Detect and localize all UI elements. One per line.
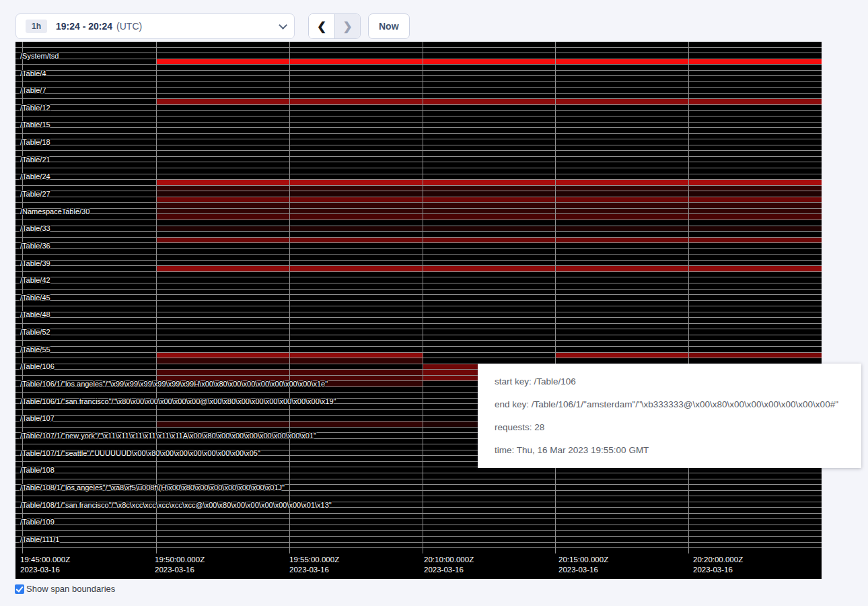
heatmap-row[interactable]: /Table/36 <box>15 243 822 249</box>
heatmap-cell[interactable] <box>423 312 556 318</box>
heatmap-cell[interactable] <box>688 226 822 232</box>
heatmap-cell[interactable] <box>688 283 822 289</box>
heatmap-cell[interactable] <box>156 318 289 323</box>
heatmap-cell[interactable] <box>423 123 556 128</box>
heatmap-cell[interactable] <box>688 76 822 81</box>
heatmap-cell[interactable] <box>289 123 423 128</box>
heatmap-cell[interactable] <box>289 232 423 237</box>
heatmap-cell[interactable] <box>688 306 822 312</box>
heatmap-cell[interactable] <box>156 76 289 81</box>
heatmap-row[interactable] <box>15 180 822 186</box>
heatmap-cell[interactable] <box>156 214 289 220</box>
heatmap-cell[interactable] <box>423 186 556 191</box>
heatmap-cell[interactable] <box>423 111 556 116</box>
heatmap-cell[interactable] <box>289 531 423 536</box>
heatmap-cell[interactable] <box>289 329 423 335</box>
heatmap-cell[interactable] <box>156 162 289 168</box>
heatmap-cell[interactable] <box>555 157 688 162</box>
heatmap-cell[interactable] <box>156 525 289 531</box>
heatmap-cell[interactable] <box>289 238 423 243</box>
heatmap-cell[interactable] <box>423 543 556 548</box>
heatmap-cell[interactable] <box>423 232 556 237</box>
heatmap-cell[interactable] <box>156 197 289 203</box>
heatmap-cell[interactable] <box>555 485 688 490</box>
heatmap-row[interactable] <box>15 59 822 65</box>
heatmap-cell[interactable] <box>555 358 688 364</box>
heatmap-cell[interactable] <box>688 272 822 277</box>
heatmap-cell[interactable] <box>289 467 423 473</box>
heatmap-cell[interactable] <box>555 116 688 122</box>
heatmap-cell[interactable] <box>423 467 556 473</box>
heatmap-cell[interactable] <box>289 94 423 99</box>
heatmap-cell[interactable] <box>555 123 688 128</box>
heatmap-cell[interactable] <box>688 341 822 346</box>
heatmap-cell[interactable] <box>555 94 688 99</box>
heatmap-cell[interactable] <box>156 53 289 59</box>
heatmap-cell[interactable] <box>423 255 556 260</box>
heatmap-cell[interactable] <box>156 232 289 237</box>
heatmap-cell[interactable] <box>289 180 423 185</box>
heatmap-cell[interactable] <box>423 473 556 479</box>
heatmap-cell[interactable] <box>423 203 556 208</box>
heatmap-row[interactable] <box>15 324 822 330</box>
heatmap-cell[interactable] <box>688 214 822 220</box>
heatmap-cell[interactable] <box>289 65 423 70</box>
heatmap-cell[interactable] <box>289 473 423 479</box>
heatmap-cell[interactable] <box>688 261 822 266</box>
heatmap-cell[interactable] <box>555 203 688 208</box>
heatmap-cell[interactable] <box>289 243 423 248</box>
heatmap-cell[interactable] <box>423 261 556 266</box>
heatmap-cell[interactable] <box>555 174 688 180</box>
heatmap-row[interactable] <box>15 65 822 71</box>
heatmap-row[interactable]: /Table/24 <box>15 174 822 180</box>
heatmap-cell[interactable] <box>289 290 423 295</box>
heatmap-cell[interactable] <box>688 301 822 306</box>
heatmap-cell[interactable] <box>688 71 822 76</box>
heatmap-cell[interactable] <box>423 353 556 358</box>
heatmap-cell[interactable] <box>555 209 688 214</box>
heatmap-cell[interactable] <box>555 134 688 139</box>
heatmap-cell[interactable] <box>289 191 423 197</box>
heatmap-cell[interactable] <box>688 134 822 139</box>
heatmap-row[interactable] <box>15 197 822 203</box>
heatmap-cell[interactable] <box>688 105 822 110</box>
heatmap-cell[interactable] <box>423 162 556 168</box>
heatmap-cell[interactable] <box>688 353 822 358</box>
heatmap-cell[interactable] <box>423 329 556 335</box>
heatmap-row[interactable] <box>15 151 822 157</box>
heatmap-row[interactable] <box>15 266 822 272</box>
heatmap-cell[interactable] <box>688 203 822 208</box>
heatmap-cell[interactable] <box>555 59 688 65</box>
heatmap-cell[interactable] <box>555 243 688 248</box>
heatmap-cell[interactable] <box>289 168 423 174</box>
heatmap-cell[interactable] <box>289 485 423 490</box>
heatmap-cell[interactable] <box>289 220 423 226</box>
heatmap-cell[interactable] <box>289 444 423 450</box>
heatmap-cell[interactable] <box>688 243 822 248</box>
heatmap-cell[interactable] <box>555 548 688 553</box>
heatmap-cell[interactable] <box>423 94 556 99</box>
heatmap-cell[interactable] <box>555 99 688 104</box>
heatmap-cell[interactable] <box>289 128 423 133</box>
heatmap-row[interactable] <box>15 186 822 192</box>
heatmap-cell[interactable] <box>289 203 423 208</box>
heatmap-row[interactable]: /Table/108/1/"los angeles"/"\xa8\xf5\u00… <box>15 485 822 491</box>
heatmap-cell[interactable] <box>688 473 822 479</box>
heatmap-cell[interactable] <box>555 491 688 496</box>
heatmap-cell[interactable] <box>156 134 289 139</box>
heatmap-cell[interactable] <box>688 220 822 226</box>
heatmap-cell[interactable] <box>555 277 688 283</box>
heatmap-cell[interactable] <box>289 111 423 116</box>
heatmap-cell[interactable] <box>289 226 423 232</box>
heatmap-cell[interactable] <box>555 272 688 277</box>
heatmap-cell[interactable] <box>156 82 289 88</box>
heatmap-cell[interactable] <box>423 295 556 300</box>
heatmap-cell[interactable] <box>423 306 556 312</box>
heatmap-cell[interactable] <box>688 116 822 122</box>
heatmap-cell[interactable] <box>423 71 556 76</box>
heatmap-cell[interactable] <box>156 111 289 116</box>
heatmap-cell[interactable] <box>156 123 289 128</box>
heatmap-cell[interactable] <box>289 139 423 145</box>
heatmap-cell[interactable] <box>423 277 556 283</box>
heatmap-cell[interactable] <box>289 301 423 306</box>
